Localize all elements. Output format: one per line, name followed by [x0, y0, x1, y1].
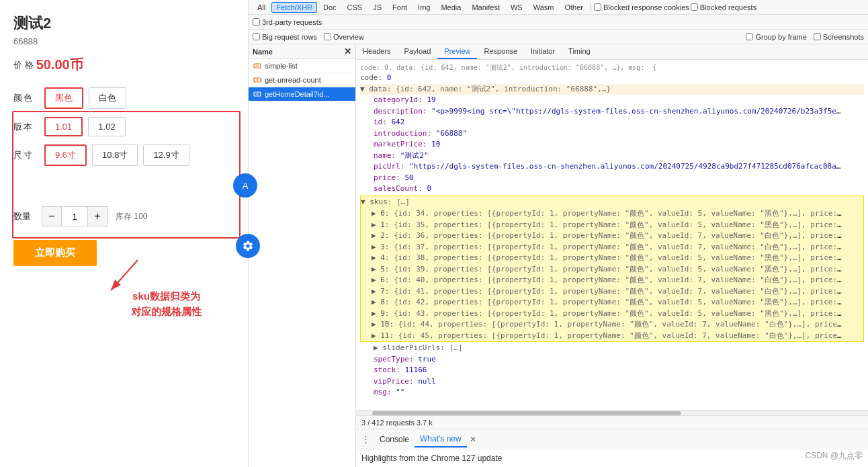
scroll-thumb[interactable]: [372, 411, 681, 415]
filter-font[interactable]: Font: [388, 2, 412, 13]
buy-button[interactable]: 立即购买: [13, 240, 97, 266]
json-market-price: marketPrice: 10: [374, 139, 864, 151]
color-buttons: 黑色 白色: [44, 87, 126, 109]
filter-other[interactable]: Other: [560, 2, 588, 13]
request-name-get-home-detail: getHomeDetail?id...: [265, 90, 330, 98]
request-item-simple-list[interactable]: simple-list: [249, 59, 355, 73]
filter-css[interactable]: CSS: [343, 2, 367, 13]
big-request-rows-checkbox[interactable]: [253, 33, 260, 40]
filter-ws[interactable]: WS: [506, 2, 527, 13]
filter-bar-2: 3rd-party requests: [249, 15, 868, 30]
filter-bar-3: Big request rows Overview Group by frame…: [249, 30, 868, 44]
screenshots-checkbox[interactable]: [814, 33, 821, 40]
blocked-requests-label[interactable]: Blocked requests: [691, 3, 756, 11]
product-id: 66888: [13, 36, 234, 46]
screenshots-label[interactable]: Screenshots: [814, 33, 864, 41]
sku-9: ▶ 9: {id: 43, properties: [{propertyId: …: [372, 308, 842, 320]
whats-new-close-icon[interactable]: ✕: [470, 435, 476, 444]
quantity-input[interactable]: [61, 207, 88, 226]
xhr-icon-get-home-detail: [253, 89, 262, 99]
product-title: 测试2: [13, 13, 234, 34]
devtools-panel: All Fetch/XHR Doc CSS JS Font Img Media …: [249, 0, 868, 467]
filter-manifest[interactable]: Manifest: [467, 2, 505, 13]
overview-checkbox[interactable]: [324, 33, 331, 40]
highlights-text: Highlights from the Chrome 127 update: [361, 454, 502, 463]
screenshots-text: Screenshots: [823, 33, 864, 41]
sku-5: ▶ 5: {id: 39, properties: [{propertyId: …: [372, 264, 842, 275]
filter-img[interactable]: Img: [413, 2, 435, 13]
request-item-get-home-detail[interactable]: getHomeDetail?id...: [249, 87, 355, 101]
console-content: Highlights from the Chrome 127 update: [356, 449, 868, 467]
request-name-simple-list: simple-list: [265, 62, 298, 70]
size-btn-129[interactable]: 12.9寸: [143, 144, 189, 166]
size-buttons: 9.6寸 10.8寸 12.9寸: [44, 144, 189, 166]
sku-3: ▶ 3: {id: 37, properties: [{propertyId: …: [372, 242, 842, 253]
json-vip-price: vipPrice: null: [374, 376, 864, 388]
group-by-frame-label[interactable]: Group by frame: [746, 33, 806, 41]
tab-payload[interactable]: Payload: [398, 44, 438, 59]
price-label: 价 格: [13, 59, 34, 71]
request-name-get-unread-count: get-unread-count: [265, 76, 321, 84]
tab-console[interactable]: Console: [374, 432, 415, 447]
blocked-response-cookies-label[interactable]: Blocked response cookies: [594, 3, 689, 11]
tab-timing[interactable]: Timing: [562, 44, 597, 59]
tab-headers[interactable]: Headers: [356, 44, 398, 59]
sku-6: ▶ 6: {id: 40, properties: [{propertyId: …: [372, 275, 842, 286]
filter-js[interactable]: JS: [368, 2, 386, 13]
third-party-label[interactable]: 3rd-party requests: [253, 18, 322, 26]
status-bar: 3 / 412 requests 3.7 k: [356, 415, 868, 429]
filter-doc[interactable]: Doc: [318, 2, 341, 13]
json-msg: msg: "": [374, 387, 864, 398]
version-label: 版本: [13, 121, 38, 133]
translate-icon[interactable]: A: [233, 173, 257, 198]
quantity-increase[interactable]: +: [88, 207, 107, 226]
json-spec-type: specType: true: [374, 354, 864, 366]
color-btn-black[interactable]: 黑色: [44, 87, 83, 109]
console-menu-icon[interactable]: ⋮: [361, 434, 370, 444]
sku-2: ▶ 2: {id: 36, properties: [{propertyId: …: [372, 230, 842, 242]
group-by-frame-text: Group by frame: [755, 33, 806, 41]
json-top-line: code: 0, data: {id: 642, name: "测试2", in…: [360, 62, 864, 73]
big-request-rows-label[interactable]: Big request rows: [253, 33, 317, 41]
tab-initiator[interactable]: Initiator: [524, 44, 562, 59]
group-by-frame-checkbox[interactable]: [746, 33, 753, 40]
tab-preview[interactable]: Preview: [437, 44, 477, 59]
sku-7: ▶ 7: {id: 41, properties: [{propertyId: …: [372, 286, 842, 298]
version-btn-102[interactable]: 1.02: [88, 117, 125, 136]
blocked-requests-checkbox[interactable]: [691, 3, 698, 11]
close-name-panel-icon[interactable]: ✕: [344, 46, 351, 56]
sku-11: ▶ 11: {id: 45, properties: [{propertyId:…: [372, 331, 842, 342]
filter-separator-1: [591, 3, 591, 12]
json-code-line: code: 0: [360, 73, 864, 84]
request-list-header: Name ✕: [249, 44, 355, 59]
tab-whats-new[interactable]: What's new: [415, 431, 467, 448]
size-btn-96[interactable]: 9.6寸: [44, 144, 87, 166]
filter-fetch-xhr[interactable]: Fetch/XHR: [271, 2, 317, 13]
request-item-get-unread-count[interactable]: get-unread-count: [249, 73, 355, 87]
blocked-response-cookies-text: Blocked response cookies: [603, 3, 689, 11]
sku-1: ▶ 1: {id: 35, properties: [{propertyId: …: [372, 220, 842, 231]
big-request-rows-text: Big request rows: [262, 33, 317, 41]
quantity-decrease[interactable]: −: [42, 207, 61, 226]
request-list: Name ✕ simple-list: [249, 44, 356, 467]
json-data-line: ▼ data: {id: 642, name: "测试2", introduct…: [360, 84, 864, 95]
overview-label[interactable]: Overview: [324, 33, 364, 41]
color-label: 颜色: [13, 92, 38, 104]
horizontal-scrollbar[interactable]: [356, 410, 868, 415]
quantity-control: − +: [42, 206, 107, 226]
color-btn-white[interactable]: 白色: [89, 87, 126, 109]
json-id: id: 642: [374, 117, 864, 128]
settings-icon[interactable]: [236, 234, 260, 258]
filter-all[interactable]: All: [253, 2, 270, 13]
json-after-skus: ▶ sliderPicUrls: […] specType: true stoc…: [360, 343, 864, 398]
preview-content[interactable]: code: 0, data: {id: 642, name: "测试2", in…: [356, 60, 868, 410]
blocked-response-cookies-checkbox[interactable]: [594, 3, 601, 11]
filter-media[interactable]: Media: [436, 2, 466, 13]
product-panel: 测试2 66888 价 格 50.00币 颜色 黑色 白色 版本 1.01 1.…: [0, 0, 249, 467]
version-btn-101[interactable]: 1.01: [44, 117, 83, 136]
size-btn-108[interactable]: 10.8寸: [92, 144, 138, 166]
filter-wasm[interactable]: Wasm: [529, 2, 559, 13]
third-party-checkbox[interactable]: [253, 18, 260, 26]
json-salescount: salesCount: 0: [374, 183, 864, 195]
tab-response[interactable]: Response: [477, 44, 524, 59]
